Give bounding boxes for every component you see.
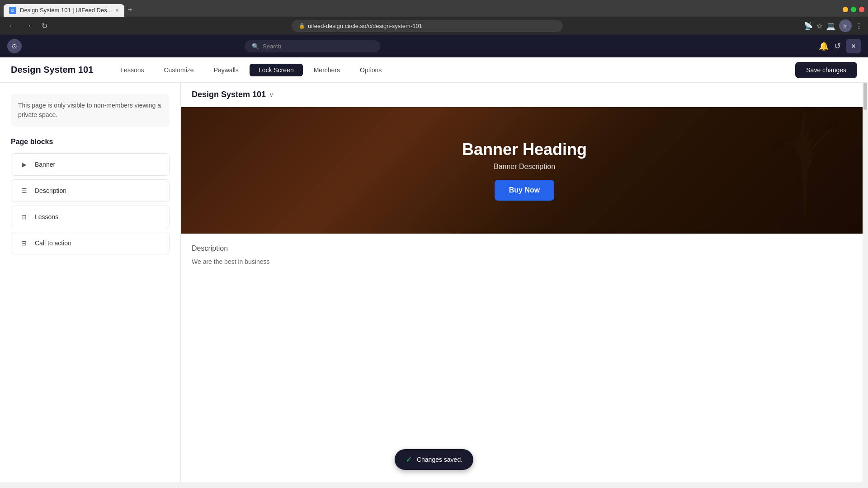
block-label-cta: Call to action: [35, 239, 71, 247]
preview-inner: Design System 101 ∨: [181, 83, 868, 482]
block-label-description: Description: [35, 187, 66, 194]
block-label-banner: Banner: [35, 161, 55, 168]
page-blocks-heading: Page blocks: [11, 138, 170, 146]
preview-area: Design System 101 ∨: [181, 83, 868, 482]
banner-heading: Banner Heading: [462, 140, 587, 159]
block-item-lessons[interactable]: ⊟ Lessons: [11, 206, 170, 228]
search-icon: 🔍: [252, 43, 259, 50]
save-changes-button[interactable]: Save changes: [795, 62, 857, 78]
active-tab[interactable]: D Design System 101 | UIFeed Des... ×: [4, 4, 124, 17]
svg-point-2: [771, 137, 787, 151]
block-item-banner[interactable]: ▶ Banner: [11, 153, 170, 176]
banner-description: Banner Description: [494, 163, 555, 171]
page-title: Design System 101: [11, 65, 93, 75]
toast-check-icon: ✓: [406, 455, 412, 465]
palm-tree-decoration: [760, 107, 850, 234]
tab-favicon: D: [9, 7, 16, 14]
search-placeholder: Search: [263, 43, 281, 50]
description-icon: ☰: [19, 185, 29, 196]
tab-members[interactable]: Members: [305, 64, 349, 76]
bookmark-icon[interactable]: ☆: [816, 22, 823, 30]
tab-options[interactable]: Options: [351, 64, 391, 76]
browser-controls: ← → ↻ 🔒 uifeed-design.circle.so/c/design…: [0, 17, 868, 35]
banner-icon: ▶: [19, 159, 29, 170]
toast-message: Changes saved.: [417, 456, 462, 463]
preview-header: Design System 101 ∨: [181, 83, 868, 107]
new-tab-button[interactable]: +: [124, 4, 137, 17]
app-logo[interactable]: ⊙: [7, 39, 22, 53]
preview-title: Design System 101: [192, 90, 266, 99]
device-icon[interactable]: 💻: [826, 22, 835, 30]
scrollbar-thumb[interactable]: [863, 83, 867, 110]
window-maximize[interactable]: [851, 7, 856, 12]
tab-lessons[interactable]: Lessons: [111, 64, 153, 76]
tab-close-btn[interactable]: ×: [116, 7, 119, 14]
tab-lock-screen[interactable]: Lock Screen: [250, 64, 303, 76]
window-close[interactable]: [859, 7, 864, 12]
browser-window: D Design System 101 | UIFeed Des... × + …: [0, 0, 868, 35]
browser-action-buttons: 📡 ☆ 💻 In ⋮: [804, 19, 863, 32]
menu-icon[interactable]: ⋮: [855, 22, 863, 30]
block-label-lessons: Lessons: [35, 213, 58, 221]
url-text: uifeed-design.circle.so/c/design-system-…: [308, 23, 422, 29]
close-icon: ×: [851, 42, 856, 51]
window-minimize[interactable]: [843, 7, 848, 12]
app-bar: ⊙ 🔍 Search 🔔 ↺ ×: [0, 35, 868, 57]
left-sidebar: This page is only visible to non-members…: [0, 83, 181, 482]
close-panel-button[interactable]: ×: [846, 39, 861, 53]
toast-notification: ✓ Changes saved.: [395, 449, 473, 470]
tab-customize[interactable]: Customize: [155, 64, 203, 76]
cast-icon[interactable]: 📡: [804, 22, 813, 30]
lessons-icon: ⊟: [19, 211, 29, 222]
top-navigation: Design System 101 Lessons Customize Payw…: [0, 57, 868, 83]
banner-section: Banner Heading Banner Description Buy No…: [181, 107, 868, 234]
profile-button[interactable]: In: [839, 19, 852, 32]
tab-title: Design System 101 | UIFeed Des...: [20, 7, 112, 14]
content-area: This page is only visible to non-members…: [0, 83, 868, 482]
browser-tab-bar: D Design System 101 | UIFeed Des... × +: [0, 0, 868, 17]
description-section: Description We are the best in business: [181, 234, 868, 276]
info-box: This page is only visible to non-members…: [11, 94, 170, 127]
description-text: We are the best in business: [192, 258, 857, 265]
cta-icon: ⊟: [19, 238, 29, 249]
block-item-call-to-action[interactable]: ⊟ Call to action: [11, 232, 170, 254]
page-layout: Design System 101 Lessons Customize Payw…: [0, 57, 868, 482]
ssl-lock-icon: 🔒: [299, 23, 305, 29]
scrollbar-track[interactable]: [863, 83, 868, 482]
app-search-bar[interactable]: 🔍 Search: [245, 40, 380, 52]
notification-bell-icon[interactable]: 🔔: [819, 41, 829, 51]
address-bar-container: 🔒 uifeed-design.circle.so/c/design-syste…: [54, 20, 800, 32]
block-item-description[interactable]: ☰ Description: [11, 179, 170, 202]
nav-tabs: Lessons Customize Paywalls Lock Screen M…: [111, 64, 795, 76]
tab-paywalls[interactable]: Paywalls: [205, 64, 248, 76]
description-title: Description: [192, 244, 857, 253]
app-action-buttons: 🔔 ↺ ×: [819, 39, 861, 53]
buy-now-button[interactable]: Buy Now: [495, 180, 554, 201]
dropdown-arrow-icon[interactable]: ∨: [269, 92, 274, 98]
info-text: This page is only visible to non-members…: [18, 102, 161, 118]
address-bar[interactable]: 🔒 uifeed-design.circle.so/c/design-syste…: [292, 20, 563, 32]
refresh-icon[interactable]: ↺: [834, 41, 841, 51]
forward-button[interactable]: →: [22, 19, 34, 32]
back-button[interactable]: ←: [5, 19, 18, 32]
reload-button[interactable]: ↻: [38, 19, 51, 32]
